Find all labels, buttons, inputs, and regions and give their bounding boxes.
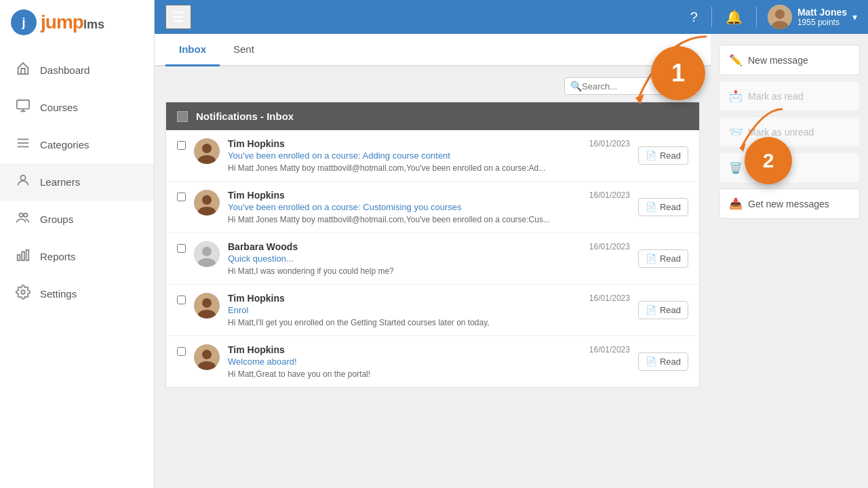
topbar-divider [711, 7, 712, 27]
main-area: ☰ ? 🔔 Matt Jones 1955 points ▾ [155, 0, 868, 488]
svg-rect-7 [18, 255, 20, 260]
sidebar-label-settings: Settings [40, 288, 77, 300]
new-message-button[interactable]: ✏️ New message [719, 45, 860, 75]
preview-1: Hi Matt Jones Matty boy mattbovill@hotma… [228, 163, 567, 173]
read-button-5[interactable]: 📄 Read [638, 352, 688, 371]
message-list-area: 🔍 Notifications - Inbox [155, 66, 711, 488]
svg-point-5 [20, 214, 24, 218]
read-button-1[interactable]: 📄 Read [638, 146, 688, 165]
delete-button[interactable]: 🗑️ Delete [719, 152, 860, 183]
subject-link-2[interactable]: You've been enrolled on a course: Custom… [228, 202, 462, 212]
tab-inbox[interactable]: Inbox [165, 34, 220, 66]
row-checkbox-1[interactable] [177, 141, 186, 150]
message-area: Inbox Sent 🔍 Notifications - [155, 34, 711, 488]
sidebar-item-categories[interactable]: Categories [0, 126, 154, 163]
groups-icon [16, 210, 31, 228]
sender-5: Tim Hopkins [228, 344, 285, 355]
sidebar-label-dashboard: Dashboard [40, 64, 90, 76]
preview-5: Hi Matt,Great to have you on the portal! [228, 369, 567, 379]
message-body-5: Tim Hopkins 16/01/2023 Welcome aboard! H… [228, 344, 630, 379]
action-4: 📄 Read [638, 301, 688, 319]
message-body-3: Barbara Woods 16/01/2023 Quick question.… [228, 241, 630, 276]
bell-icon[interactable]: 🔔 [723, 6, 745, 28]
mark-unread-button[interactable]: 📨 Mark as unread [719, 117, 860, 147]
logo-area: j jumplms [0, 0, 154, 45]
help-icon[interactable]: ? [688, 7, 701, 28]
subject-link-3[interactable]: Quick question... [228, 253, 294, 264]
logo-lms-text: lms [83, 18, 104, 31]
sidebar-item-reports[interactable]: Reports [0, 238, 154, 275]
courses-icon [16, 98, 31, 117]
sidebar-item-learners[interactable]: Learners [0, 163, 154, 201]
svg-point-21 [202, 247, 212, 256]
svg-rect-0 [17, 100, 29, 109]
avatar-1 [194, 138, 220, 164]
sender-2: Tim Hopkins [228, 190, 285, 201]
topbar: ☰ ? 🔔 Matt Jones 1955 points ▾ [155, 0, 868, 34]
avatar-3 [194, 241, 220, 267]
svg-point-24 [202, 298, 212, 308]
mark-unread-icon: 📨 [729, 125, 743, 138]
search-input[interactable] [582, 81, 696, 92]
search-bar-area: 🔍 [165, 77, 700, 95]
sidebar-label-learners: Learners [40, 176, 80, 188]
compose-icon: ✏️ [729, 54, 743, 66]
row-checkbox-4[interactable] [177, 296, 186, 304]
avatar-2 [194, 190, 220, 216]
hamburger-button[interactable]: ☰ [165, 5, 191, 29]
refresh-icon: 📥 [729, 197, 743, 210]
row-checkbox-5[interactable] [177, 347, 186, 356]
subject-link-5[interactable]: Welcome aboard! [228, 357, 297, 367]
row-checkbox-3[interactable] [177, 244, 186, 253]
sender-1: Tim Hopkins [228, 138, 285, 149]
date-2: 16/01/2023 [589, 190, 630, 200]
topbar-divider-2 [756, 7, 757, 27]
read-button-2[interactable]: 📄 Read [638, 198, 688, 216]
action-3: 📄 Read [638, 249, 688, 268]
sidebar-label-groups: Groups [40, 214, 73, 225]
get-new-messages-button[interactable]: 📥 Get new messages [719, 188, 860, 219]
sidebar-item-dashboard[interactable]: Dashboard [0, 52, 154, 89]
table-row: Barbara Woods 16/01/2023 Quick question.… [166, 233, 699, 285]
home-icon [16, 61, 31, 79]
notifications-table: Notifications - Inbox [165, 102, 700, 388]
read-button-4[interactable]: 📄 Read [638, 301, 688, 319]
date-5: 16/01/2023 [589, 345, 630, 354]
search-icon: 🔍 [570, 81, 582, 92]
date-4: 16/01/2023 [589, 293, 630, 303]
sender-3: Barbara Woods [228, 241, 298, 252]
logo-icon: j [11, 9, 37, 35]
preview-3: Hi Matt,I was wondering if you could hel… [228, 266, 567, 276]
read-icon-3: 📄 [646, 253, 656, 264]
content-area: Inbox Sent 🔍 Notifications - [155, 34, 868, 488]
tab-sent[interactable]: Sent [220, 34, 268, 66]
svg-rect-9 [26, 250, 29, 261]
subject-link-4[interactable]: Enrol [228, 305, 248, 315]
sender-4: Tim Hopkins [228, 293, 285, 304]
user-info: Matt Jones 1955 points [797, 7, 847, 27]
table-row: Tim Hopkins 16/01/2023 You've been enrol… [166, 182, 699, 233]
header-checkbox[interactable] [177, 111, 188, 122]
svg-point-10 [21, 290, 25, 294]
action-5: 📄 Read [638, 352, 688, 371]
settings-icon [16, 285, 31, 303]
svg-point-15 [202, 144, 212, 153]
user-menu-chevron: ▾ [852, 12, 857, 22]
sidebar-item-groups[interactable]: Groups [0, 201, 154, 238]
mark-read-button[interactable]: 📩 Mark as read [719, 81, 860, 111]
read-icon-5: 📄 [646, 357, 656, 367]
learners-icon [16, 173, 31, 191]
user-menu[interactable]: Matt Jones 1955 points ▾ [768, 5, 857, 29]
row-checkbox-2[interactable] [177, 192, 186, 201]
sidebar-item-courses[interactable]: Courses [0, 89, 154, 126]
message-body-1: Tim Hopkins 16/01/2023 You've been enrol… [228, 138, 630, 173]
subject-link-1[interactable]: You've been enrolled on a course: Adding… [228, 150, 450, 161]
read-button-3[interactable]: 📄 Read [638, 249, 688, 268]
svg-point-18 [202, 195, 212, 205]
date-1: 16/01/2023 [589, 139, 630, 148]
svg-rect-8 [22, 251, 24, 260]
sidebar-item-settings[interactable]: Settings [0, 275, 154, 312]
sidebar-label-categories: Categories [40, 139, 90, 150]
read-icon-1: 📄 [646, 150, 656, 161]
table-row: Tim Hopkins 16/01/2023 Welcome aboard! H… [166, 336, 699, 387]
